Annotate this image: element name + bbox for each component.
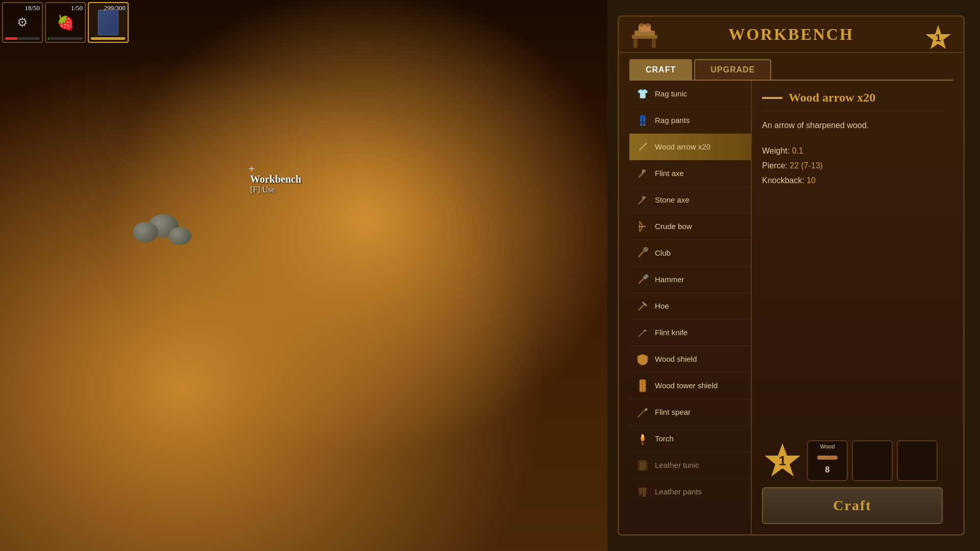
tooltip-title: Workbench [250,173,301,185]
hud-slot-1-icon: ⚙ [17,15,28,30]
list-item-rag-pants[interactable]: 👖 Rag pants [629,107,751,134]
req-wood-icon [816,452,839,464]
club-label: Club [655,248,671,257]
panel-body: 👕 Rag tunic 👖 Rag pants Wood arrow x20 [629,80,953,534]
svg-rect-2 [652,39,656,48]
list-item-flint-axe[interactable]: Flint axe [629,160,751,187]
detail-description: An arrow of sharpened wood. [762,119,943,132]
flint-spear-label: Flint spear [655,408,691,416]
wood-shield-icon [635,352,650,366]
hud-slot-2: 1/50 🍓 [45,2,86,43]
wood-tower-shield-icon [635,379,650,393]
rock-decoration [133,222,158,242]
list-item-leather-pants[interactable]: Leather pants [629,479,751,505]
hud-topleft: 18/50 ⚙ 1/50 🍓 299/300 [0,0,131,45]
hoe-icon [635,299,650,313]
stat-knockback: Knockback: 10 [762,173,943,188]
leather-tunic-icon [635,458,650,472]
req-wood-slot: Wood 8 [807,440,848,481]
hud-slot-3-count: 299/300 [104,4,126,12]
hud-slot-1: 18/50 ⚙ [2,2,43,43]
svg-rect-42 [817,456,827,458]
list-item-rag-tunic[interactable]: 👕 Rag tunic [629,81,751,107]
hammer-label: Hammer [655,275,684,284]
wood-arrow-icon [635,140,650,154]
star-badge: 1 [923,23,953,53]
hud-slot-3-bar-fill [91,37,125,40]
req-star-number: 1 [779,453,786,469]
stat-weight-value: 0.1 [792,146,803,155]
stat-weight-label: Weight: [762,146,790,155]
detail-title-bar [762,97,782,99]
hud-slot-2-bar [48,37,83,40]
detail-panel: Wood arrow x20 An arrow of sharpened woo… [752,81,953,534]
list-item-wood-shield[interactable]: Wood shield [629,346,751,372]
stat-pierce-value: 22 (7-13) [790,161,823,170]
list-item-hoe[interactable]: Hoe [629,293,751,319]
list-item-stone-axe[interactable]: Stone axe [629,187,751,213]
craft-panel: WORKBENCH 1 CRAFT UPGRADE 👕 Rag tunic [618,15,965,536]
torch-label: Torch [655,434,674,443]
list-item-leather-tunic[interactable]: Leather tunic [629,452,751,479]
detail-title: Wood arrow x20 [789,91,875,105]
flint-knife-icon [635,325,650,340]
req-star-slot: 1 [762,440,803,481]
rag-pants-icon: 👖 [635,113,650,128]
star-badge-number: 1 [935,32,941,44]
svg-rect-5 [640,23,644,27]
svg-rect-1 [633,39,638,48]
tooltip-action: [F] Use [250,185,301,194]
svg-line-19 [639,278,645,284]
flint-knife-label: Flint knife [655,328,688,337]
tab-upgrade[interactable]: UPGRADE [694,59,771,80]
workbench-tooltip: Workbench [F] Use [250,173,301,194]
hud-slot-3: 299/300 [88,2,129,43]
stat-knockback-label: Knockback: [762,176,804,185]
panel-title: WORKBENCH [728,25,854,44]
stat-pierce: Pierce: 22 (7-13) [762,159,943,173]
list-item-wood-arrow[interactable]: Wood arrow x20 [629,134,751,160]
rag-pants-label: Rag pants [655,116,690,124]
detail-stats: Weight: 0.1 Pierce: 22 (7-13) Knockback:… [762,144,943,188]
hud-slot-2-count: 1/50 [71,4,83,12]
tabs-container: CRAFT UPGRADE [619,53,963,80]
rag-tunic-icon: 👕 [635,87,650,101]
leather-pants-label: Leather pants [655,487,702,496]
crude-bow-icon [635,219,650,234]
svg-rect-33 [639,460,647,462]
flint-axe-icon [635,166,650,181]
list-item-wood-tower-shield[interactable]: Wood tower shield [629,372,751,399]
req-empty-slot-2 [897,440,938,481]
stat-pierce-label: Pierce: [762,161,788,170]
stat-weight: Weight: 0.1 [762,144,943,159]
svg-line-10 [638,150,640,152]
flint-spear-icon [635,405,650,419]
tab-craft[interactable]: CRAFT [629,59,692,80]
svg-point-18 [643,247,648,252]
book-icon [98,10,118,35]
leather-tunic-label: Leather tunic [655,461,699,469]
stone-axe-label: Stone axe [655,195,690,204]
detail-header: Wood arrow x20 [762,91,943,111]
hoe-label: Hoe [655,302,669,310]
list-item-crude-bow[interactable]: Crude bow [629,213,751,240]
rock-decoration [168,227,191,245]
hud-slot-1-bar [5,37,40,40]
list-item-flint-knife[interactable]: Flint knife [629,319,751,346]
panel-header: WORKBENCH 1 [619,17,963,53]
stat-knockback-value: 10 [806,176,816,185]
torch-icon [635,432,650,446]
club-icon [635,246,650,260]
list-item-flint-spear[interactable]: Flint spear [629,399,751,425]
list-item-torch[interactable]: Torch [629,425,751,452]
req-empty-slot-1 [852,440,893,481]
game-scene [0,0,607,551]
craft-button[interactable]: Craft [762,487,943,524]
hud-slot-1-bar-fill [5,37,17,40]
wood-shield-label: Wood shield [655,355,697,363]
berry-icon: 🍓 [57,14,75,31]
item-list[interactable]: 👕 Rag tunic 👖 Rag pants Wood arrow x20 [629,81,752,534]
list-item-hammer[interactable]: Hammer [629,266,751,293]
list-item-club[interactable]: Club [629,240,751,266]
req-wood-count: 8 [825,465,830,474]
